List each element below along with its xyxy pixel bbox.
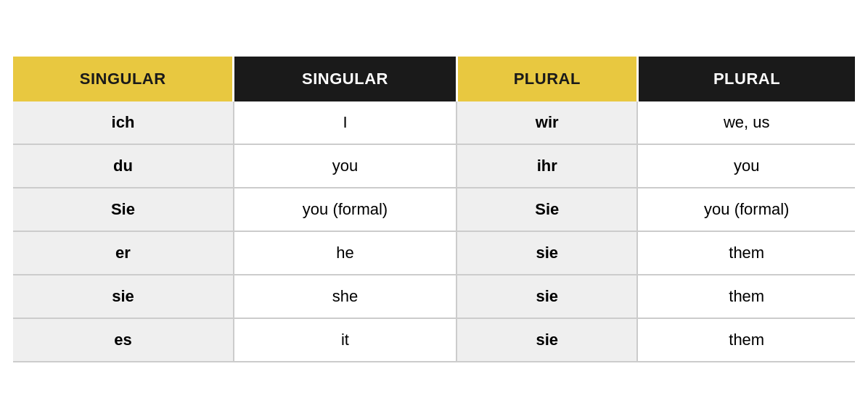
pronoun-table-container: SINGULAR SINGULAR PLURAL PLURAL ichIwirw…: [13, 57, 855, 362]
table-row: ichIwirwe, us: [13, 101, 855, 144]
table-row: Sieyou (formal)Sieyou (formal): [13, 188, 855, 231]
cell-row-sie-formal-col2: you (formal): [234, 188, 456, 231]
pronoun-table: SINGULAR SINGULAR PLURAL PLURAL ichIwirw…: [13, 57, 855, 362]
table-row: erhesiethem: [13, 231, 855, 275]
cell-row-ich-col1: ich: [13, 101, 234, 144]
cell-row-sie-col4: them: [637, 275, 855, 318]
table-row: sieshesiethem: [13, 275, 855, 318]
table-row: duyouihryou: [13, 144, 855, 188]
cell-row-sie-col3: sie: [456, 275, 637, 318]
cell-row-er-col1: er: [13, 231, 234, 275]
col2-header: SINGULAR: [234, 57, 456, 101]
cell-row-sie-col2: she: [234, 275, 456, 318]
cell-row-ich-col2: I: [234, 101, 456, 144]
cell-row-er-col4: them: [637, 231, 855, 275]
cell-row-sie-formal-col4: you (formal): [637, 188, 855, 231]
cell-row-er-col3: sie: [456, 231, 637, 275]
col3-header: PLURAL: [456, 57, 637, 101]
cell-row-sie-col1: sie: [13, 275, 234, 318]
cell-row-es-col2: it: [234, 318, 456, 362]
cell-row-du-col3: ihr: [456, 144, 637, 188]
cell-row-du-col1: du: [13, 144, 234, 188]
col1-header: SINGULAR: [13, 57, 234, 101]
col4-header: PLURAL: [637, 57, 855, 101]
cell-row-es-col4: them: [637, 318, 855, 362]
cell-row-ich-col3: wir: [456, 101, 637, 144]
cell-row-sie-formal-col1: Sie: [13, 188, 234, 231]
cell-row-sie-formal-col3: Sie: [456, 188, 637, 231]
cell-row-ich-col4: we, us: [637, 101, 855, 144]
cell-row-du-col2: you: [234, 144, 456, 188]
cell-row-es-col3: sie: [456, 318, 637, 362]
table-header-row: SINGULAR SINGULAR PLURAL PLURAL: [13, 57, 855, 101]
table-row: esitsiethem: [13, 318, 855, 362]
cell-row-er-col2: he: [234, 231, 456, 275]
cell-row-du-col4: you: [637, 144, 855, 188]
cell-row-es-col1: es: [13, 318, 234, 362]
